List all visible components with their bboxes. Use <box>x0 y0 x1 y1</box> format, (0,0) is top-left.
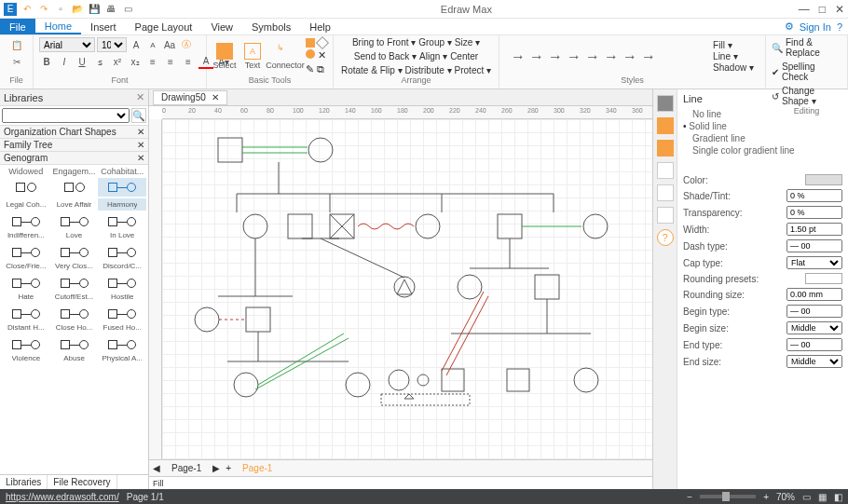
dash-input[interactable] <box>786 239 842 252</box>
align-icon[interactable]: ≡ <box>181 54 196 69</box>
align-button[interactable]: Align ▾ <box>419 51 447 61</box>
connector-tool-button[interactable]: ↳Connector <box>268 43 302 70</box>
shape-cohabitation[interactable] <box>98 178 146 197</box>
shape-item[interactable]: Indifferen... <box>2 212 50 241</box>
style-arrow-3[interactable]: → <box>548 48 563 65</box>
opt-solid-line[interactable]: Solid line <box>683 120 842 132</box>
rounding-size-input[interactable] <box>786 288 842 301</box>
line-spacing-icon[interactable]: ≡ <box>145 54 160 69</box>
shape-item[interactable]: Violence <box>2 335 50 364</box>
close-button[interactable]: ✕ <box>835 3 844 16</box>
shape-item[interactable]: Hate <box>2 274 50 303</box>
shape-love-affair[interactable]: Love Affair <box>50 198 99 211</box>
begin-type-input[interactable] <box>786 305 842 318</box>
send-back-button[interactable]: Send to Back ▾ <box>354 51 417 61</box>
cat-genogram[interactable]: Genogram✕ <box>0 152 148 165</box>
end-size-select[interactable]: Middle <box>786 355 842 368</box>
page-tab-2[interactable]: Page-1 <box>237 463 278 473</box>
transparency-input[interactable] <box>786 206 842 219</box>
redo-icon[interactable]: ↷ <box>37 3 50 16</box>
document-tab[interactable]: Drawing50✕ <box>153 90 227 105</box>
tab-insert[interactable]: Insert <box>81 19 126 34</box>
style-arrow-2[interactable]: → <box>529 48 544 65</box>
size-button[interactable]: Size ▾ <box>455 37 480 48</box>
shape-rect-icon[interactable] <box>306 38 315 48</box>
rp-tab-line[interactable] <box>657 140 674 157</box>
shape-legal-coh[interactable]: Legal Coh... <box>2 198 50 211</box>
shape-diamond-icon[interactable] <box>316 35 329 48</box>
find-replace-button[interactable]: 🔍 Find & Replace <box>772 37 841 58</box>
print-icon[interactable]: 🖶 <box>104 3 117 16</box>
font-shrink-icon[interactable]: A <box>145 37 160 52</box>
view-icon-2[interactable]: ▦ <box>818 492 827 502</box>
settings-icon[interactable]: ⚙ <box>785 20 794 33</box>
center-button[interactable]: Center <box>450 51 478 61</box>
shape-engagement[interactable] <box>50 178 99 197</box>
cut-icon[interactable]: ✂ <box>9 54 24 69</box>
clear-format-icon[interactable]: Ⓐ <box>179 37 194 52</box>
save-icon[interactable]: 💾 <box>88 3 101 16</box>
rotate-flip-button[interactable]: Rotate & Flip ▾ <box>341 65 403 75</box>
shape-circle-icon[interactable] <box>306 49 315 59</box>
tab-file[interactable]: File <box>0 19 35 34</box>
undo-icon[interactable]: ↶ <box>21 3 34 16</box>
width-input[interactable] <box>786 223 842 236</box>
page-tab-1[interactable]: Page-1 <box>166 463 207 473</box>
style-arrow-8[interactable]: → <box>641 48 656 65</box>
style-arrow-6[interactable]: → <box>604 48 619 65</box>
shape-item[interactable]: Love <box>50 212 99 241</box>
end-type-input[interactable] <box>786 338 842 351</box>
spell-check-button[interactable]: ✔ Spelling Check <box>772 61 841 82</box>
shadow-dropdown[interactable]: Shadow ▾ <box>713 62 754 73</box>
page-nav-next[interactable]: ▶ <box>212 463 220 473</box>
libraries-close-icon[interactable]: ✕ <box>136 91 144 103</box>
font-case-icon[interactable]: Aa <box>162 37 177 52</box>
rp-tab-shape[interactable] <box>657 95 674 112</box>
font-name-select[interactable]: Arial <box>39 37 95 52</box>
distribute-button[interactable]: Distribute ▾ <box>405 65 452 75</box>
tab-view[interactable]: View <box>201 19 242 34</box>
status-url[interactable]: https://www.edrawsoft.com/ <box>6 492 119 502</box>
zoom-in-icon[interactable]: + <box>763 492 769 502</box>
group-button[interactable]: Group ▾ <box>418 37 452 48</box>
preview-icon[interactable]: ▭ <box>121 3 134 16</box>
italic-button[interactable]: I <box>57 54 72 69</box>
shape-item[interactable]: Distant H... <box>2 305 50 334</box>
select-tool-button[interactable]: Select <box>212 43 237 70</box>
begin-size-select[interactable]: Middle <box>786 321 842 334</box>
tab-home[interactable]: Home <box>35 19 81 34</box>
maximize-button[interactable]: □ <box>819 3 826 16</box>
page-nav-prev[interactable]: ◀ <box>153 463 160 473</box>
sign-in-link[interactable]: Sign In <box>800 21 831 33</box>
shape-item[interactable]: Very Clos... <box>50 243 99 272</box>
opt-gradient-line[interactable]: Gradient line <box>683 132 842 144</box>
shape-item[interactable]: Abuse <box>50 335 99 364</box>
foot-libraries[interactable]: Libraries <box>0 475 48 489</box>
opt-single-gradient-line[interactable]: Single color gradient line <box>683 144 842 157</box>
shape-widowed[interactable] <box>2 178 50 197</box>
line-dropdown[interactable]: Line ▾ <box>713 51 754 61</box>
drawing-canvas[interactable] <box>162 119 652 459</box>
search-icon[interactable]: 🔍 <box>131 108 146 123</box>
shape-item[interactable]: Cutoff/Est... <box>50 274 99 303</box>
shape-item[interactable]: Close Ho... <box>50 305 99 334</box>
foot-file-recovery[interactable]: File Recovery <box>48 475 116 489</box>
minimize-button[interactable]: — <box>799 3 810 16</box>
superscript-button[interactable]: x² <box>110 54 125 69</box>
shade-input[interactable] <box>786 189 842 202</box>
protect-button[interactable]: Protect ▾ <box>455 65 491 75</box>
zoom-out-icon[interactable]: − <box>687 492 692 502</box>
shape-item[interactable]: Close/Frie... <box>2 243 50 272</box>
opt-no-line[interactable]: No line <box>683 108 842 120</box>
shape-item[interactable]: Fused Ho... <box>98 305 146 334</box>
new-icon[interactable]: ▫ <box>54 3 67 16</box>
rp-tab-help[interactable]: ? <box>657 229 674 246</box>
cat-org-chart[interactable]: Organization Chart Shapes✕ <box>0 126 148 139</box>
bold-button[interactable]: B <box>39 54 54 69</box>
rp-tab-fill[interactable] <box>657 117 674 134</box>
library-search-select[interactable] <box>2 108 130 123</box>
style-arrow-5[interactable]: → <box>585 48 600 65</box>
underline-button[interactable]: U <box>75 54 89 69</box>
font-grow-icon[interactable]: A <box>129 37 144 52</box>
crop-icon[interactable]: ⧉ <box>317 63 324 75</box>
